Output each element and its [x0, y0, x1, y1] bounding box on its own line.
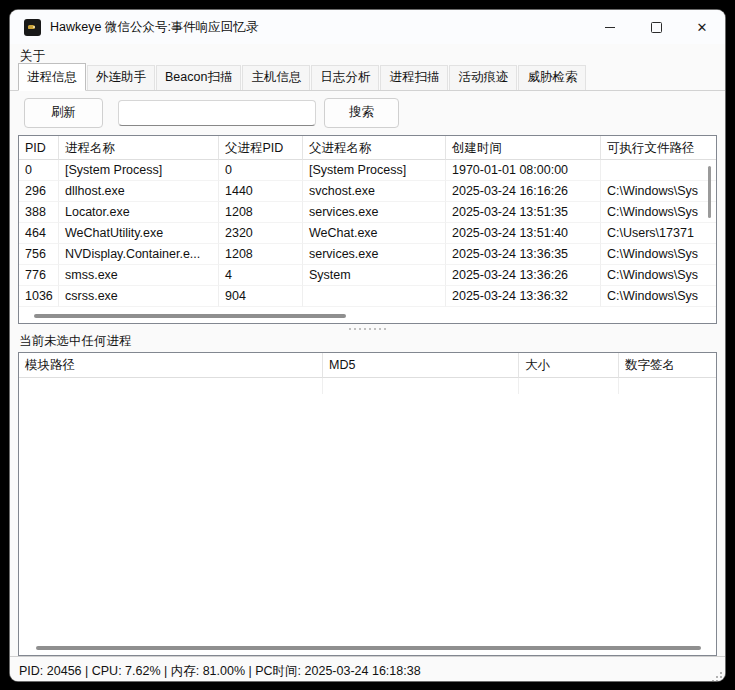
module-table-header: 模块路径MD5大小数字签名 [19, 353, 716, 378]
status-bar: PID: 20456 | CPU: 7.62% | 内存: 81.00% | P… [10, 656, 725, 681]
horizontal-scrollbar-thumb[interactable] [36, 646, 701, 650]
table-cell: smss.exe [59, 265, 219, 286]
table-cell: services.exe [303, 244, 446, 265]
horizontal-scrollbar-thumb[interactable] [34, 314, 346, 318]
table-cell: 1970-01-01 08:00:00 [446, 160, 601, 181]
column-header[interactable]: MD5 [323, 353, 519, 378]
process-table-body: 0[System Process]0[System Process]1970-0… [19, 160, 716, 307]
app-window: Hawkeye 微信公众号:事件响应回忆录 ✕ 关于 进程信息外连助手Beaco… [10, 10, 725, 681]
selection-status-label: 当前未选中任何进程 [10, 333, 725, 352]
tab-activity-traces[interactable]: 活动痕迹 [449, 65, 517, 90]
table-cell: svchost.exe [303, 181, 446, 202]
table-cell: 388 [19, 202, 59, 223]
resize-grip-icon[interactable] [711, 671, 722, 681]
table-row[interactable]: 756NVDisplay.Container.e...1208services.… [19, 244, 716, 265]
table-cell [303, 286, 446, 307]
column-header[interactable]: 数字签名 [619, 353, 717, 378]
table-cell: dllhost.exe [59, 181, 219, 202]
table-cell: 0 [219, 160, 303, 181]
table-cell: 756 [19, 244, 59, 265]
table-cell: [System Process] [59, 160, 219, 181]
table-row[interactable]: 388Locator.exe1208services.exe2025-03-24… [19, 202, 716, 223]
table-row[interactable]: 776smss.exe4System2025-03-24 13:36:26C:\… [19, 265, 716, 286]
module-table-empty-row [19, 378, 716, 394]
tab-process-info[interactable]: 进程信息 [18, 63, 86, 91]
table-cell: NVDisplay.Container.e... [59, 244, 219, 265]
tab-beacon-scan[interactable]: Beacon扫描 [156, 65, 241, 90]
module-table[interactable]: 模块路径MD5大小数字签名 [18, 352, 717, 656]
table-cell: C:\Windows\Sys [601, 286, 717, 307]
table-cell: 2025-03-24 13:51:35 [446, 202, 601, 223]
maximize-icon [651, 22, 662, 33]
search-input[interactable] [118, 100, 316, 126]
process-table-header: PID进程名称父进程PID父进程名称创建时间可执行文件路径 [19, 136, 716, 160]
splitter-grip-dot [369, 328, 371, 330]
tab-threat-search[interactable]: 威胁检索 [518, 65, 586, 90]
window-title: Hawkeye 微信公众号:事件响应回忆录 [50, 19, 258, 36]
column-header[interactable]: PID [19, 136, 59, 160]
table-cell: C:\Windows\Sys [601, 202, 717, 223]
table-cell: C:\Windows\Sys [601, 265, 717, 286]
vertical-scrollbar-thumb[interactable] [708, 166, 711, 218]
table-cell: csrss.exe [59, 286, 219, 307]
splitter-handle[interactable] [10, 324, 725, 333]
horizontal-scrollbar[interactable] [19, 310, 716, 322]
table-cell: WeChatUtility.exe [59, 223, 219, 244]
table-cell: 2025-03-24 13:36:32 [446, 286, 601, 307]
splitter-grip-dot [384, 328, 386, 330]
column-header[interactable]: 父进程PID [219, 136, 303, 160]
splitter-grip-dot [364, 328, 366, 330]
table-cell: 2320 [219, 223, 303, 244]
table-cell: 2025-03-24 16:16:26 [446, 181, 601, 202]
app-icon [24, 19, 41, 36]
splitter-grip-dot [354, 328, 356, 330]
column-header[interactable]: 创建时间 [446, 136, 601, 160]
table-cell: C:\Windows\Sys [601, 244, 717, 265]
table-cell: C:\Users\17371 [601, 223, 717, 244]
table-cell: 2025-03-24 13:36:26 [446, 265, 601, 286]
table-cell: services.exe [303, 202, 446, 223]
process-table[interactable]: PID进程名称父进程PID父进程名称创建时间可执行文件路径 0[System P… [18, 135, 717, 324]
title-bar: Hawkeye 微信公众号:事件响应回忆录 ✕ [10, 10, 725, 44]
search-button[interactable]: 搜索 [324, 98, 399, 128]
table-cell: 1208 [219, 202, 303, 223]
tab-log-analysis[interactable]: 日志分析 [311, 65, 379, 90]
refresh-button[interactable]: 刷新 [24, 98, 103, 128]
splitter-grip-dot [349, 328, 351, 330]
close-button[interactable]: ✕ [679, 10, 725, 44]
maximize-button[interactable] [633, 10, 679, 44]
minimize-icon [605, 27, 615, 28]
column-header[interactable]: 父进程名称 [303, 136, 446, 160]
table-cell: C:\Windows\Sys [601, 181, 717, 202]
table-row[interactable]: 0[System Process]0[System Process]1970-0… [19, 160, 716, 181]
table-cell: 1440 [219, 181, 303, 202]
table-cell: 0 [19, 160, 59, 181]
table-row[interactable]: 464WeChatUtility.exe2320WeChat.exe2025-0… [19, 223, 716, 244]
table-cell: 776 [19, 265, 59, 286]
tab-strip: 进程信息外连助手Beacon扫描主机信息日志分析进程扫描活动痕迹威胁检索 [10, 68, 725, 91]
splitter-grip-dot [359, 328, 361, 330]
table-cell: 904 [219, 286, 303, 307]
table-cell: 1208 [219, 244, 303, 265]
table-cell: [System Process] [303, 160, 446, 181]
table-cell: System [303, 265, 446, 286]
column-header[interactable]: 模块路径 [19, 353, 323, 378]
table-cell: 296 [19, 181, 59, 202]
column-header[interactable]: 大小 [519, 353, 619, 378]
column-header[interactable]: 可执行文件路径 [601, 136, 717, 160]
table-cell: 1036 [19, 286, 59, 307]
table-row[interactable]: 296dllhost.exe1440svchost.exe2025-03-24 … [19, 181, 716, 202]
splitter-grip-dot [374, 328, 376, 330]
minimize-button[interactable] [587, 10, 633, 44]
table-cell [601, 160, 717, 181]
tab-host-info[interactable]: 主机信息 [242, 65, 310, 90]
table-row[interactable]: 1036csrss.exe9042025-03-24 13:36:32C:\Wi… [19, 286, 716, 307]
table-cell: 464 [19, 223, 59, 244]
table-cell: Locator.exe [59, 202, 219, 223]
toolbar: 刷新 搜索 [10, 91, 725, 134]
horizontal-scrollbar[interactable] [19, 642, 716, 654]
tab-process-scan[interactable]: 进程扫描 [380, 65, 448, 90]
tab-outbound-helper[interactable]: 外连助手 [87, 65, 155, 90]
table-cell: 2025-03-24 13:36:35 [446, 244, 601, 265]
column-header[interactable]: 进程名称 [59, 136, 219, 160]
